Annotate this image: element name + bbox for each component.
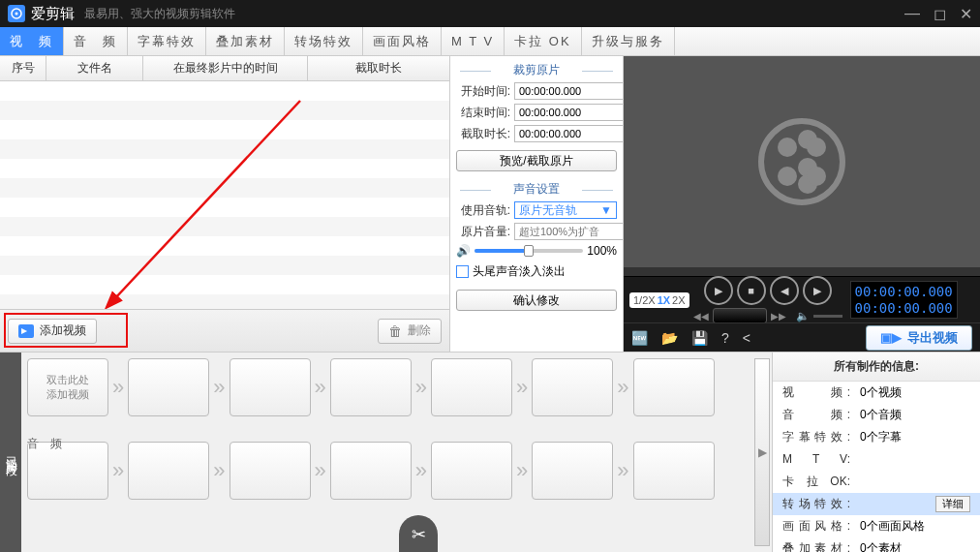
preview-area[interactable] bbox=[624, 56, 980, 267]
preview-vol-slider[interactable] bbox=[813, 315, 842, 318]
info-row: M T V: bbox=[773, 448, 980, 471]
chevron-right-icon: » bbox=[617, 375, 628, 400]
tab-video[interactable]: 视 频 bbox=[0, 27, 64, 55]
chevron-right-icon: » bbox=[315, 458, 326, 483]
tab-karaoke[interactable]: 卡拉 OK bbox=[505, 27, 581, 55]
mute-icon[interactable]: 🔈 bbox=[796, 310, 810, 322]
cut-len-input[interactable] bbox=[514, 125, 624, 142]
share-icon[interactable]: < bbox=[743, 330, 750, 346]
clip-slot-1[interactable]: 双击此处 添加视频 bbox=[27, 358, 108, 416]
col-finaltime: 在最终影片中的时间 bbox=[143, 56, 308, 80]
info-row: 卡 拉 OK: bbox=[773, 471, 980, 493]
tab-transition[interactable]: 转场特效 bbox=[285, 27, 363, 55]
info-label: M T V: bbox=[782, 451, 850, 468]
clip-slot-7[interactable] bbox=[633, 358, 715, 416]
chevron-right-icon: » bbox=[213, 375, 225, 400]
add-video-label: 添加视频 bbox=[40, 322, 86, 339]
svg-point-1 bbox=[15, 13, 18, 15]
skip-fwd-button[interactable]: ▶▶ bbox=[771, 311, 786, 322]
next-frame-button[interactable]: ▶ bbox=[803, 276, 832, 305]
confirm-button[interactable]: 确认修改 bbox=[456, 290, 617, 311]
info-row: 字幕特效:0个字幕 bbox=[773, 426, 980, 448]
start-time-input[interactable] bbox=[514, 82, 624, 100]
info-label: 叠加素材: bbox=[782, 540, 850, 552]
prev-frame-button[interactable]: ◀ bbox=[770, 276, 799, 305]
trim-group-title: 裁剪原片 bbox=[456, 62, 617, 78]
add-video-button[interactable]: 添加视频 bbox=[8, 319, 97, 344]
end-time-input[interactable] bbox=[514, 104, 624, 121]
info-label: 画面风格: bbox=[782, 518, 850, 535]
info-value: 0个视频 bbox=[860, 384, 902, 401]
skip-back-button[interactable]: ◀◀ bbox=[693, 311, 709, 322]
audio-slot-4[interactable] bbox=[330, 442, 412, 500]
play-button[interactable]: ▶ bbox=[704, 276, 733, 305]
delete-button[interactable]: 🗑 删除 bbox=[378, 319, 442, 344]
video-table-body[interactable] bbox=[0, 81, 449, 309]
clip-slot-3[interactable] bbox=[230, 358, 311, 416]
info-panel-title: 所有制作的信息: bbox=[773, 353, 980, 382]
open-icon[interactable]: 📂 bbox=[661, 330, 678, 346]
main-tabs: 视 频 音 频 字幕特效 叠加素材 转场特效 画面风格 M T V 卡拉 OK … bbox=[0, 27, 980, 56]
video-table-header: 序号 文件名 在最终影片中的时间 截取时长 bbox=[0, 56, 449, 81]
chevron-right-icon: » bbox=[415, 375, 427, 400]
info-label: 音 频: bbox=[782, 407, 850, 423]
audio-slot-2[interactable] bbox=[128, 442, 209, 500]
jog-wheel[interactable] bbox=[713, 308, 767, 323]
close-button[interactable]: ✕ bbox=[960, 5, 972, 23]
title-bar: 爱剪辑 最易用、强大的视频剪辑软件 — ◻ ✕ bbox=[0, 0, 980, 27]
tab-style[interactable]: 画面风格 bbox=[363, 27, 442, 55]
fade-label: 头尾声音淡入淡出 bbox=[473, 263, 566, 280]
clip-slot-2[interactable] bbox=[128, 358, 209, 416]
tab-mtv[interactable]: M T V bbox=[442, 27, 505, 55]
col-cutlen: 截取时长 bbox=[308, 56, 448, 80]
maximize-button[interactable]: ◻ bbox=[934, 5, 946, 23]
help-icon[interactable]: ? bbox=[721, 330, 729, 346]
audio-slot-7[interactable] bbox=[633, 442, 715, 500]
audio-slot-5[interactable] bbox=[431, 442, 512, 500]
dropdown-icon: ▼ bbox=[600, 203, 612, 217]
delete-label: 删除 bbox=[408, 322, 431, 339]
add-video-icon bbox=[18, 324, 34, 338]
clip-slot-5[interactable] bbox=[431, 358, 512, 416]
timecode-b: 00:00:00.000 bbox=[855, 300, 953, 317]
fade-checkbox[interactable] bbox=[456, 265, 469, 278]
volume-value: 100% bbox=[587, 244, 617, 258]
audio-slot-3[interactable] bbox=[230, 442, 311, 500]
chevron-right-icon: » bbox=[516, 375, 528, 400]
new-icon[interactable]: 🆕 bbox=[631, 330, 648, 346]
chevron-right-icon: » bbox=[516, 458, 528, 483]
chevron-right-icon: » bbox=[112, 375, 124, 400]
speed-1x[interactable]: 1X bbox=[658, 294, 670, 306]
timeline-scroll-right[interactable]: ▶ bbox=[754, 358, 770, 546]
info-row[interactable]: 转场特效:详细 bbox=[773, 493, 980, 515]
timeline-tab-label[interactable]: 已添加片段 bbox=[0, 353, 21, 552]
detail-button[interactable]: 详细 bbox=[935, 496, 970, 512]
tab-overlay[interactable]: 叠加素材 bbox=[206, 27, 285, 55]
tab-subtitle[interactable]: 字幕特效 bbox=[128, 27, 206, 55]
speed-half[interactable]: 1/2X bbox=[633, 294, 656, 306]
sound-group-title: 声音设置 bbox=[456, 181, 617, 198]
export-video-button[interactable]: ▣▶ 导出视频 bbox=[866, 325, 972, 351]
audio-slot-6[interactable] bbox=[532, 442, 613, 500]
scissors-button[interactable]: ✂ bbox=[399, 515, 438, 552]
info-label: 卡 拉 OK: bbox=[782, 474, 850, 490]
minimize-button[interactable]: — bbox=[904, 5, 920, 23]
volume-hint-input[interactable] bbox=[514, 223, 624, 240]
speed-2x[interactable]: 2X bbox=[672, 294, 685, 306]
clip-hint-2: 添加视频 bbox=[46, 387, 89, 402]
info-value: 0个画面风格 bbox=[860, 518, 925, 535]
cut-len-label: 截取时长: bbox=[456, 126, 510, 142]
preview-seek-bar[interactable] bbox=[624, 267, 980, 276]
audio-track-select[interactable]: 原片无音轨 ▼ bbox=[514, 201, 617, 219]
stop-button[interactable]: ■ bbox=[737, 276, 766, 305]
save-icon[interactable]: 💾 bbox=[691, 330, 708, 346]
clip-slot-4[interactable] bbox=[330, 358, 412, 416]
tab-upgrade[interactable]: 升级与服务 bbox=[582, 27, 675, 55]
volume-slider[interactable] bbox=[475, 249, 583, 253]
clip-slot-6[interactable] bbox=[532, 358, 613, 416]
info-label: 视 频: bbox=[782, 384, 850, 401]
col-seq: 序号 bbox=[0, 56, 46, 80]
tab-audio[interactable]: 音 频 bbox=[64, 27, 128, 55]
preview-cut-button[interactable]: 预览/截取原片 bbox=[456, 150, 617, 171]
audio-track-label-row: 音 频 bbox=[27, 436, 62, 452]
